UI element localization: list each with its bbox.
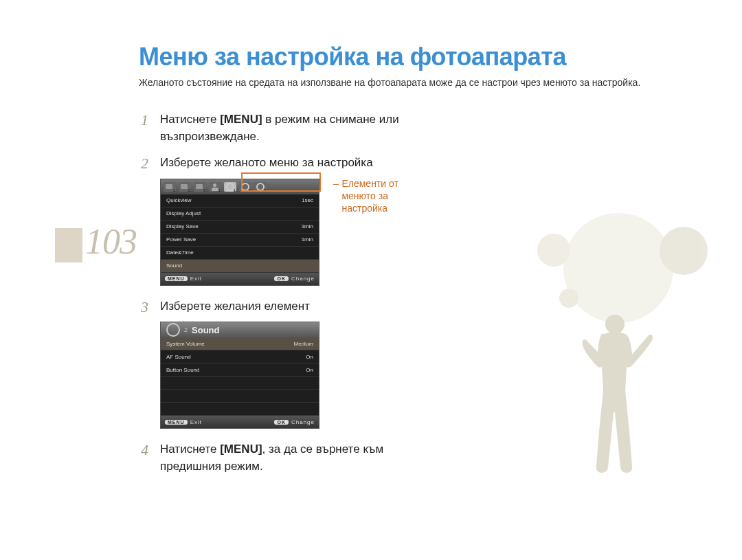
step-text: Изберете желаното меню за настройка (160, 155, 373, 172)
circle-decoration (563, 213, 673, 323)
steps-list: 1 Натиснете [MENU] в режим на снимане ил… (141, 111, 526, 484)
menu-row: Display Adjust (161, 208, 319, 221)
step-3: 3 Изберете желания елемент 2 Sound Syste… (141, 298, 526, 429)
footer-change-label: Change (291, 419, 315, 425)
step-text-bold: [MENU] (220, 443, 262, 456)
menu-row-empty (161, 390, 319, 403)
menu-row: Display Save3min (161, 221, 319, 234)
menu-label: AF Sound (166, 354, 191, 360)
screen-tabbar: 1 2 3 1 1 2 3 (161, 179, 319, 194)
step-4: 4 Натиснете [MENU], за да се върнете към… (141, 441, 526, 475)
tab-index: 1 (218, 188, 221, 192)
step-number: 3 (141, 298, 160, 316)
menu-row-empty (161, 377, 319, 390)
gear-tab-icon: 2 (239, 182, 251, 192)
circle-decoration (660, 227, 708, 275)
menu-value: On (306, 367, 313, 373)
menu-value: 1sec (302, 197, 313, 203)
tab-index: 2 (249, 188, 251, 192)
footer-exit-label: Exit (190, 276, 202, 282)
menu-value: 1min (302, 236, 313, 243)
callout-line-3: настройка (341, 203, 387, 214)
circle-decoration (537, 234, 570, 267)
menu-label: System Volume (166, 341, 205, 347)
menu-label: Sound (166, 262, 182, 269)
menu-row: Power Save1min (161, 234, 319, 247)
menu-label: Display Adjust (166, 210, 201, 216)
person-tab-icon: 1 (209, 182, 221, 192)
callout-line-2: менюто за (341, 190, 387, 201)
menu-row: Button SoundOn (161, 363, 319, 377)
tab-index: 3 (264, 188, 266, 192)
menu-button-pill: MENU (165, 420, 188, 425)
screen-body: System VolumeMedium AF SoundOn Button So… (161, 337, 319, 416)
page-subtitle: Желаното състояние на средата на използв… (139, 77, 688, 88)
menu-label: Button Sound (166, 367, 199, 373)
camera-screen-2: 2 Sound System VolumeMedium AF SoundOn B… (160, 322, 319, 429)
menu-label: Power Save (166, 236, 196, 243)
menu-value: 3min (302, 223, 313, 229)
svg-point-0 (605, 315, 625, 334)
page-title: Меню за настройка на фотоапарата (139, 43, 566, 71)
step-number: 1 (141, 111, 160, 129)
step-text-pre: Натиснете (160, 113, 220, 126)
tab-index: 1 (173, 188, 175, 192)
menu-row: Quickview1sec (161, 194, 319, 208)
menu-value: On (306, 354, 313, 360)
camera-tab-icon: 1 (164, 182, 176, 192)
step-text: Изберете желания елемент (160, 298, 310, 315)
screen-title-index: 2 (184, 326, 188, 333)
menu-value: Medium (294, 341, 313, 347)
step-text: Натиснете [MENU], за да се върнете към п… (160, 441, 407, 475)
menu-label: Quickview (166, 197, 191, 203)
step-number: 4 (141, 441, 160, 459)
step-text: Натиснете [MENU] в режим на снимане или … (160, 111, 407, 145)
camera-tab-icon: 2 (179, 182, 191, 192)
menu-label: Date&Time (166, 249, 194, 256)
gear-tab-icon: 3 (254, 182, 267, 192)
screen-footer: MENU Exit OK Change (161, 416, 319, 428)
camera-screen-1: 1 2 3 1 1 2 3 Quickview1sec Display Adju… (160, 179, 319, 286)
tab-index: 3 (203, 188, 205, 192)
step-text-bold: [MENU] (220, 113, 262, 126)
screen-title-bar: 2 Sound (161, 322, 319, 337)
page-number-tab (55, 228, 82, 262)
ok-button-pill: OK (274, 276, 289, 281)
screen-footer: MENU Exit OK Change (161, 273, 319, 285)
menu-row-selected: Sound (161, 260, 319, 273)
menu-button-pill: MENU (165, 276, 188, 281)
step-1: 1 Натиснете [MENU] в режим на снимане ил… (141, 111, 526, 145)
gear-tab-icon: 1 (224, 182, 236, 192)
menu-row: Date&Time (161, 247, 319, 260)
menu-row-selected: System VolumeMedium (161, 337, 319, 350)
menu-row-empty (161, 403, 319, 416)
page: 103 Меню за настройка на фотоапарата Жел… (0, 0, 742, 560)
callout-connector (333, 184, 339, 185)
tab-index: 1 (234, 188, 236, 192)
menu-label: Display Save (166, 223, 199, 229)
step-2: 2 Изберете желаното меню за настройка 1 … (141, 155, 526, 285)
screen-body: Quickview1sec Display Adjust Display Sav… (161, 194, 319, 273)
callout-line-1: Елементи от (341, 178, 398, 189)
ok-button-pill: OK (274, 420, 289, 425)
screen-title-text: Sound (192, 325, 219, 335)
person-silhouette (577, 309, 653, 488)
step-text-pre: Натиснете (160, 443, 220, 456)
circle-decoration (559, 289, 578, 308)
callout-text: Елементи от менюто за настройка (341, 177, 398, 215)
footer-exit-label: Exit (190, 419, 202, 425)
step-number: 2 (141, 155, 160, 172)
camera-tab-icon: 3 (194, 182, 206, 192)
footer-change-label: Change (291, 276, 315, 282)
gear-icon (166, 323, 180, 337)
tab-index: 2 (188, 188, 190, 192)
menu-row: AF SoundOn (161, 350, 319, 363)
page-number: 103 (85, 221, 137, 262)
